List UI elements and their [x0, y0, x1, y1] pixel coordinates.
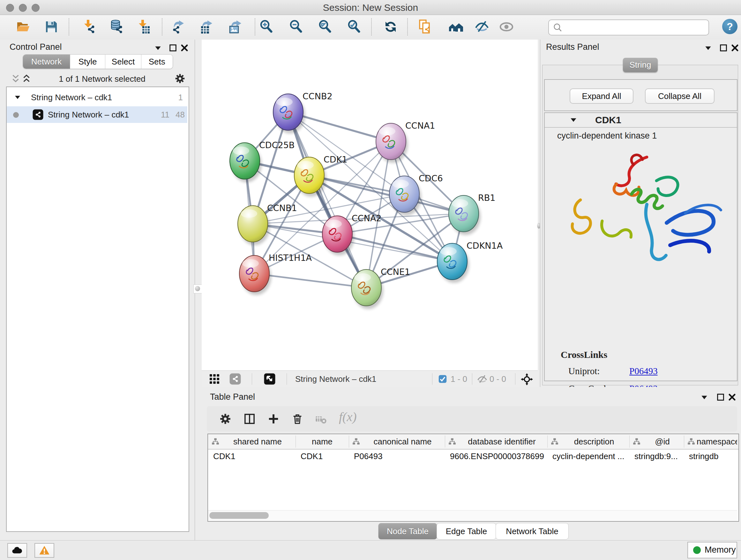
- table-cell[interactable]: 9606.ENSP00000378699: [450, 451, 546, 464]
- first-neighbors-icon[interactable]: [448, 19, 464, 35]
- node-CCNB2[interactable]: CCNB2: [273, 91, 333, 133]
- right-splitter[interactable]: [538, 40, 540, 387]
- tab-node-table[interactable]: Node Table: [378, 523, 437, 540]
- table-cell[interactable]: CDK1: [213, 451, 294, 464]
- export-network-icon[interactable]: [171, 19, 186, 35]
- tab-string[interactable]: String: [623, 58, 658, 72]
- show-all-icon[interactable]: [499, 19, 514, 35]
- delete-table-icon: [315, 413, 327, 425]
- open-file-icon[interactable]: [16, 19, 31, 35]
- save-session-icon[interactable]: [44, 19, 59, 35]
- column-header-@id[interactable]: @id: [629, 434, 684, 449]
- tab-network-table[interactable]: Network Table: [495, 523, 569, 540]
- zoom-selected-icon[interactable]: [347, 19, 362, 35]
- column-header-shared-name[interactable]: shared name: [208, 434, 295, 449]
- table-float-icon[interactable]: [716, 393, 725, 401]
- results-menu-icon[interactable]: [704, 44, 712, 52]
- tab-style[interactable]: Style: [70, 55, 105, 69]
- node-CCNB1[interactable]: CCNB1: [238, 203, 297, 245]
- search-input[interactable]: [565, 21, 704, 33]
- hidden-indicator-icon[interactable]: [477, 374, 488, 385]
- collapse-all-icon[interactable]: [10, 73, 21, 84]
- zoom-out-icon[interactable]: [288, 19, 304, 35]
- delete-column-icon[interactable]: [291, 413, 304, 425]
- warnings-button[interactable]: [35, 543, 54, 558]
- tab-network[interactable]: Network: [23, 55, 70, 69]
- crosslink-link[interactable]: P06493: [629, 366, 658, 376]
- node-CDKN1A[interactable]: CDKN1A: [437, 241, 503, 283]
- column-header-canonical-name[interactable]: canonical name: [349, 434, 445, 449]
- zoom-fit-icon[interactable]: [318, 19, 333, 35]
- table-cell[interactable]: stringdb: [689, 451, 737, 464]
- network-canvas[interactable]: CCNB2 CCNA1 CDC25B CDK1 CDC6: [202, 40, 538, 370]
- node-CCNE1[interactable]: CCNE1: [351, 267, 410, 309]
- new-network-from-selection-icon[interactable]: [418, 19, 433, 35]
- tab-sets[interactable]: Sets: [141, 55, 173, 69]
- control-panel-title: Control Panel: [10, 42, 62, 52]
- hide-selected-icon[interactable]: [474, 19, 489, 35]
- export-table-icon[interactable]: [199, 19, 214, 35]
- expand-all-icon[interactable]: [21, 73, 32, 84]
- network-row-selected[interactable]: String Network – cdk1 11 48: [7, 106, 187, 123]
- expand-all-button[interactable]: Expand All: [569, 88, 633, 104]
- selected-indicator-icon[interactable]: [438, 374, 447, 383]
- protein-structure-image: [551, 144, 730, 278]
- left-splitter-handle[interactable]: [193, 285, 202, 294]
- column-type-icon: [687, 437, 695, 446]
- collapse-all-button[interactable]: Collapse All: [645, 88, 715, 104]
- export-image-icon[interactable]: [228, 19, 243, 35]
- node-CDC25B[interactable]: CDC25B: [230, 140, 294, 182]
- table-cell[interactable]: CDK1: [300, 451, 347, 464]
- network-options-gear-icon[interactable]: [174, 73, 186, 84]
- scrollbar-thumb[interactable]: [209, 512, 269, 519]
- detach-view-icon[interactable]: [264, 373, 276, 385]
- show-columns-icon[interactable]: [243, 413, 256, 425]
- network-collection-row[interactable]: String Network – cdk1 1: [7, 90, 187, 106]
- table-cell[interactable]: P06493: [354, 451, 444, 464]
- import-database-icon[interactable]: [109, 19, 124, 35]
- table-cell[interactable]: stringdb:9...: [634, 451, 683, 464]
- tab-select[interactable]: Select: [105, 55, 141, 69]
- table-settings-gear-icon[interactable]: [219, 413, 232, 425]
- search-field[interactable]: [548, 19, 709, 36]
- node-CDC6[interactable]: CDC6: [389, 173, 443, 215]
- panel-float-icon[interactable]: [169, 44, 178, 52]
- table-horizontal-scrollbar[interactable]: [208, 510, 737, 521]
- memory-label: Memory: [704, 545, 736, 555]
- gene-card-header[interactable]: CDK1: [545, 113, 737, 128]
- tree-expand-icon[interactable]: [14, 94, 21, 101]
- tab-edge-table[interactable]: Edge Table: [436, 523, 496, 540]
- apply-layout-icon[interactable]: [383, 19, 398, 35]
- node-HIST1H1A[interactable]: HIST1H1A: [239, 253, 312, 295]
- column-header-namespace[interactable]: namespace: [684, 434, 738, 449]
- column-header-database-identifier[interactable]: database identifier: [445, 434, 547, 449]
- view-network-icon[interactable]: [229, 373, 241, 385]
- table-close-icon[interactable]: [728, 393, 737, 401]
- memory-button[interactable]: Memory: [687, 542, 737, 558]
- results-close-icon[interactable]: [731, 44, 739, 52]
- birds-eye-view-icon[interactable]: [521, 373, 533, 385]
- panel-close-icon[interactable]: [180, 44, 189, 52]
- column-header-name[interactable]: name: [295, 434, 349, 449]
- results-float-icon[interactable]: [719, 44, 728, 52]
- import-table-icon[interactable]: [135, 19, 151, 35]
- node-CDK1[interactable]: CDK1: [294, 154, 347, 197]
- gene-collapse-icon[interactable]: [569, 116, 578, 124]
- table-menu-icon[interactable]: [700, 393, 709, 401]
- results-panel-title: Results Panel: [546, 42, 599, 52]
- status-bar: Memory: [0, 540, 741, 560]
- toolbar-separator: [69, 18, 69, 36]
- network-label: String Network – cdk1: [48, 110, 129, 120]
- application-window: Session: New Session ? Control Panel Net…: [0, 0, 741, 560]
- column-header-description[interactable]: description: [547, 434, 629, 449]
- view-grid-icon[interactable]: [209, 373, 220, 385]
- table-cell[interactable]: cyclin-dependent ...: [552, 451, 628, 464]
- help-button[interactable]: ?: [722, 19, 738, 34]
- zoom-in-icon[interactable]: [259, 19, 274, 35]
- import-network-icon[interactable]: [81, 19, 96, 35]
- panel-menu-icon[interactable]: [154, 44, 162, 52]
- node-RB1[interactable]: RB1: [449, 193, 495, 235]
- cloud-status-button[interactable]: [7, 543, 27, 558]
- table-header-row: shared namenamecanonical namedatabase id…: [208, 434, 738, 449]
- add-column-icon[interactable]: [267, 413, 280, 425]
